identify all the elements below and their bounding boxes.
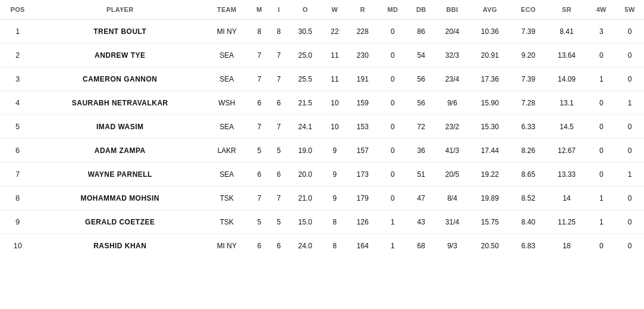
cell-fw: 1 bbox=[587, 67, 615, 91]
col-header-db: DB bbox=[407, 0, 435, 20]
table-header-row: POS PLAYER TEAM M I O W R MD DB BBI AVG … bbox=[0, 0, 644, 20]
cell-pos: 6 bbox=[0, 139, 35, 163]
cell-fivew: 0 bbox=[615, 43, 644, 67]
cell-fivew: 0 bbox=[615, 20, 644, 43]
cell-md: 0 bbox=[378, 67, 407, 91]
bowling-stats-table: POS PLAYER TEAM M I O W R MD DB BBI AVG … bbox=[0, 0, 644, 257]
cell-m: 5 bbox=[249, 210, 269, 234]
col-header-sr: SR bbox=[546, 0, 588, 20]
cell-db: 54 bbox=[407, 43, 435, 67]
cell-md: 0 bbox=[378, 115, 407, 139]
table-row: 4SAURABH NETRAVALKARWSH6621.5101590569/6… bbox=[0, 91, 644, 115]
cell-pos: 4 bbox=[0, 91, 35, 115]
cell-db: 86 bbox=[407, 20, 435, 43]
cell-md: 1 bbox=[378, 210, 407, 234]
cell-bbi: 9/6 bbox=[435, 91, 470, 115]
cell-w: 11 bbox=[322, 67, 347, 91]
cell-i: 6 bbox=[270, 91, 288, 115]
col-header-bbi: BBI bbox=[435, 0, 470, 20]
cell-fivew: 0 bbox=[615, 186, 644, 210]
cell-m: 6 bbox=[249, 163, 269, 186]
cell-w: 9 bbox=[322, 186, 347, 210]
cell-sr: 14.5 bbox=[546, 115, 588, 139]
cell-fivew: 0 bbox=[615, 234, 644, 258]
cell-sr: 13.1 bbox=[546, 91, 588, 115]
cell-w: 8 bbox=[322, 234, 347, 258]
cell-o: 24.1 bbox=[288, 115, 322, 139]
table-row: 8MOHAMMAD MOHSINTSK7721.091790478/419.89… bbox=[0, 186, 644, 210]
cell-team: LAKR bbox=[205, 139, 249, 163]
cell-m: 7 bbox=[249, 67, 269, 91]
cell-db: 51 bbox=[407, 163, 435, 186]
cell-o: 30.5 bbox=[288, 20, 322, 43]
cell-r: 230 bbox=[347, 43, 378, 67]
cell-i: 5 bbox=[270, 210, 288, 234]
cell-bbi: 20/5 bbox=[435, 163, 470, 186]
cell-fivew: 1 bbox=[615, 163, 644, 186]
col-header-avg: AVG bbox=[469, 0, 510, 20]
cell-fw: 0 bbox=[587, 43, 615, 67]
cell-eco: 9.20 bbox=[510, 43, 546, 67]
cell-avg: 20.50 bbox=[469, 234, 510, 258]
cell-md: 0 bbox=[378, 139, 407, 163]
cell-r: 191 bbox=[347, 67, 378, 91]
cell-fw: 1 bbox=[587, 210, 615, 234]
cell-avg: 15.90 bbox=[469, 91, 510, 115]
cell-pos: 9 bbox=[0, 210, 35, 234]
cell-sr: 14.09 bbox=[546, 67, 588, 91]
cell-fw: 0 bbox=[587, 163, 615, 186]
cell-eco: 6.83 bbox=[510, 234, 546, 258]
cell-eco: 7.39 bbox=[510, 20, 546, 43]
cell-fivew: 0 bbox=[615, 210, 644, 234]
cell-md: 0 bbox=[378, 20, 407, 43]
cell-r: 159 bbox=[347, 91, 378, 115]
cell-bbi: 31/4 bbox=[435, 210, 470, 234]
table-row: 5IMAD WASIMSEA7724.11015307223/215.306.3… bbox=[0, 115, 644, 139]
table-row: 10RASHID KHANMI NY6624.081641689/320.506… bbox=[0, 234, 644, 258]
cell-o: 25.5 bbox=[288, 67, 322, 91]
cell-avg: 15.75 bbox=[469, 210, 510, 234]
cell-m: 7 bbox=[249, 186, 269, 210]
cell-player: ADAM ZAMPA bbox=[35, 139, 205, 163]
cell-pos: 10 bbox=[0, 234, 35, 258]
cell-team: TSK bbox=[205, 186, 249, 210]
cell-sr: 13.64 bbox=[546, 43, 588, 67]
cell-pos: 8 bbox=[0, 186, 35, 210]
col-header-o: O bbox=[288, 0, 322, 20]
cell-eco: 8.52 bbox=[510, 186, 546, 210]
cell-fw: 3 bbox=[587, 20, 615, 43]
cell-i: 7 bbox=[270, 115, 288, 139]
cell-fw: 0 bbox=[587, 115, 615, 139]
cell-i: 7 bbox=[270, 186, 288, 210]
cell-w: 22 bbox=[322, 20, 347, 43]
cell-team: MI NY bbox=[205, 20, 249, 43]
col-header-md: MD bbox=[378, 0, 407, 20]
cell-pos: 5 bbox=[0, 115, 35, 139]
cell-fw: 1 bbox=[587, 186, 615, 210]
table-row: 1TRENT BOULTMI NY8830.52222808620/410.36… bbox=[0, 20, 644, 43]
cell-fivew: 0 bbox=[615, 67, 644, 91]
cell-player: SAURABH NETRAVALKAR bbox=[35, 91, 205, 115]
cell-r: 179 bbox=[347, 186, 378, 210]
cell-o: 19.0 bbox=[288, 139, 322, 163]
cell-player: WAYNE PARNELL bbox=[35, 163, 205, 186]
cell-avg: 10.36 bbox=[469, 20, 510, 43]
cell-i: 7 bbox=[270, 43, 288, 67]
cell-m: 5 bbox=[249, 139, 269, 163]
col-header-eco: ECO bbox=[510, 0, 546, 20]
cell-db: 47 bbox=[407, 186, 435, 210]
cell-r: 157 bbox=[347, 139, 378, 163]
col-header-pos: POS bbox=[0, 0, 35, 20]
cell-fw: 0 bbox=[587, 91, 615, 115]
cell-bbi: 32/3 bbox=[435, 43, 470, 67]
cell-eco: 8.40 bbox=[510, 210, 546, 234]
col-header-player: PLAYER bbox=[35, 0, 205, 20]
cell-eco: 7.28 bbox=[510, 91, 546, 115]
cell-bbi: 20/4 bbox=[435, 20, 470, 43]
cell-pos: 3 bbox=[0, 67, 35, 91]
col-header-w: W bbox=[322, 0, 347, 20]
cell-sr: 8.41 bbox=[546, 20, 588, 43]
cell-r: 173 bbox=[347, 163, 378, 186]
cell-bbi: 23/4 bbox=[435, 67, 470, 91]
cell-r: 228 bbox=[347, 20, 378, 43]
